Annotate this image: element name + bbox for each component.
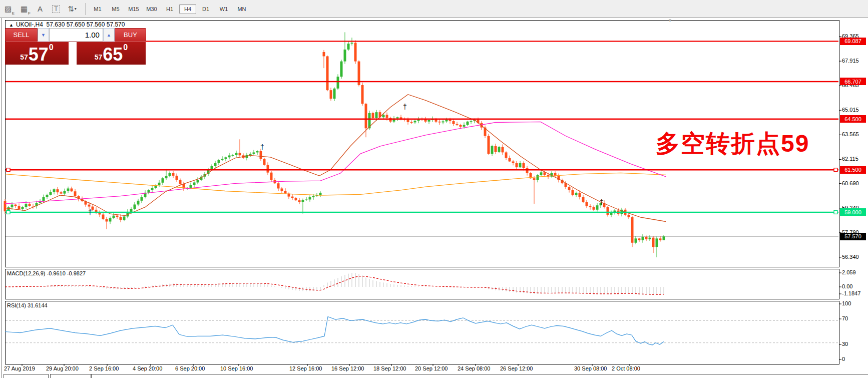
hline-handle[interactable] (7, 210, 10, 214)
macd-label: MACD(12,26,9) -0.9610 -0.9827 (7, 270, 86, 276)
price-axis-label: 63.565 (842, 131, 859, 137)
trading-terminal: ▨E▦FAT⇅▾M1M5M15M30H1H4D1W1MN ▲UKOil-,H4 … (0, 0, 868, 378)
macd-axis-label: 2.059 (842, 269, 856, 275)
chart-header: ▲UKOil-,H4 57.630 57.650 57.560 57.570 (9, 21, 125, 28)
buy-price-sup: 0 (123, 43, 128, 52)
chart-tab[interactable] (50, 374, 91, 378)
rsi-line (5, 317, 664, 345)
one-click-trade-widget: SELL ▼ ▲ BUY 57 57 0 57 65 0 (5, 28, 146, 65)
time-axis-label[interactable]: 10 Sep 16:00 (220, 365, 253, 371)
macd-axis-label: 0.00 (842, 283, 852, 289)
time-axis-label[interactable]: 27 Aug 2019 (4, 365, 35, 371)
time-axis-label[interactable]: 24 Sep 08:00 (458, 365, 490, 371)
price-axis-label: 65.015 (842, 107, 859, 113)
price-level-badge: 64.500 (840, 115, 866, 123)
time-axis-label[interactable]: 2 Oct 08:00 (612, 365, 640, 371)
dagger-mark-icon: † (260, 143, 264, 151)
rsi-axis-label: 0 (842, 356, 845, 362)
sell-price-big: 57 (29, 46, 49, 63)
rsi-axis-label: 100 (842, 300, 851, 306)
hline-handle[interactable] (7, 168, 10, 172)
price-level-badge: 59.000 (840, 208, 866, 216)
sell-button[interactable]: SELL (5, 28, 38, 42)
hline-handle[interactable] (834, 168, 837, 172)
sell-price-small: 57 (20, 51, 28, 63)
rsi-axis-label: 30 (842, 341, 848, 347)
volume-decrease-button[interactable]: ▼ (38, 28, 49, 42)
time-axis-label[interactable]: 16 Sep 12:00 (331, 365, 364, 371)
collapse-triangle-icon[interactable]: ▲ (9, 23, 14, 28)
candles-bull-layer (8, 32, 665, 257)
chart-shift-marker-icon[interactable]: ▼ (668, 18, 672, 23)
ohlc-values: 57.630 57.650 57.560 57.570 (47, 21, 125, 28)
dagger-mark-icon: † (600, 198, 604, 206)
buy-price-quote[interactable]: 57 65 0 (77, 42, 146, 65)
ma-fast-line (5, 95, 666, 222)
price-level-badge: 66.707 (840, 78, 866, 85)
chart-tab[interactable] (91, 374, 868, 378)
time-axis-label[interactable]: 30 Sep 08:00 (574, 365, 607, 371)
volume-input[interactable] (49, 28, 103, 42)
price-level-badge: 61.500 (840, 166, 866, 174)
volume-increase-button[interactable]: ▲ (103, 28, 115, 42)
price-axis-label: 60.690 (842, 180, 859, 186)
rsi-axis-label: 70 (842, 315, 848, 321)
time-axis-label[interactable]: 6 Sep 20:00 (175, 365, 205, 371)
buy-price-big: 65 (103, 46, 123, 63)
price-axis-label: 62.115 (842, 156, 858, 162)
time-axis-label[interactable]: 4 Sep 20:00 (133, 365, 162, 371)
macd-histogram (5, 273, 664, 295)
sell-price-quote[interactable]: 57 57 0 (5, 42, 69, 65)
current-price-badge: 57.570 (840, 233, 866, 240)
candles-bear-layer (4, 41, 662, 253)
time-axis-label[interactable]: 20 Sep 12:00 (415, 365, 448, 371)
hline-handle[interactable] (834, 210, 837, 214)
dagger-mark-icon: † (403, 103, 407, 111)
macd-axis-label: -1.1847 (842, 290, 860, 296)
sell-price-sup: 0 (49, 43, 54, 52)
time-axis-label[interactable]: 12 Sep 16:00 (289, 365, 322, 371)
time-axis-label[interactable]: 18 Sep 12:00 (373, 365, 406, 371)
buy-price-small: 57 (95, 51, 103, 63)
time-axis-label[interactable]: 2 Sep 16:00 (89, 365, 119, 371)
chart-tab[interactable] (4, 374, 49, 378)
time-axis-label[interactable]: 26 Sep 12:00 (500, 365, 533, 371)
dagger-mark-icon: † (88, 208, 92, 216)
buy-button[interactable]: BUY (115, 28, 146, 42)
time-axis-label[interactable]: 29 Aug 20:00 (46, 365, 79, 371)
price-axis-label: 67.915 (842, 58, 859, 64)
chart-text-annotation[interactable]: 多空转折点59 (656, 128, 809, 160)
ma-mid-line (5, 122, 666, 204)
price-level-badge: 69.087 (840, 38, 866, 45)
symbol-title: UKOil-,H4 (16, 21, 43, 28)
rsi-label: RSI(14) 31.6144 (7, 302, 48, 308)
price-axis-label: 56.340 (842, 254, 859, 260)
